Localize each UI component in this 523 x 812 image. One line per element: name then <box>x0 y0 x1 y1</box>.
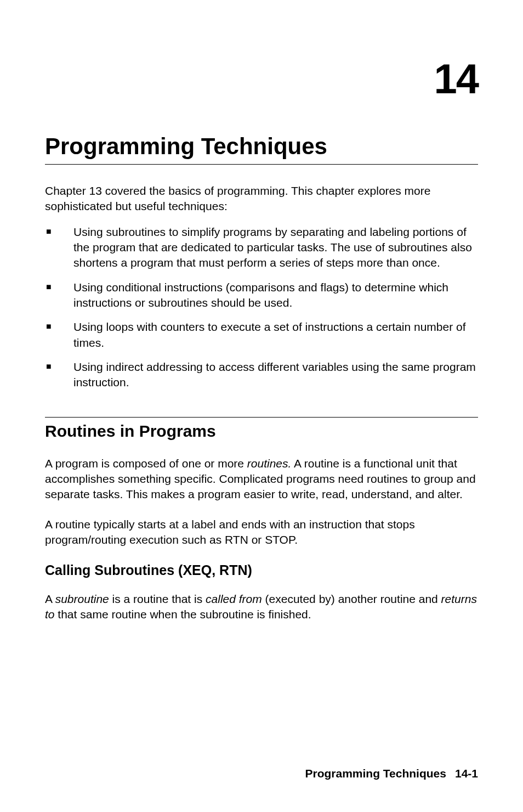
chapter-title: Programming Techniques <box>45 133 478 165</box>
text-run: (executed by) another routine and <box>262 593 441 605</box>
list-item: Using conditional instructions (comparis… <box>45 280 478 311</box>
page-footer: Programming Techniques14-1 <box>305 767 478 780</box>
list-item: Using subroutines to simplify programs b… <box>45 224 478 271</box>
intro-paragraph: Chapter 13 covered the basics of program… <box>45 183 478 215</box>
footer-label: Programming Techniques <box>305 767 446 780</box>
subsection-paragraph: A subroutine is a routine that is called… <box>45 591 478 623</box>
text-run: A <box>45 593 55 605</box>
footer-page-number: 14-1 <box>455 767 478 780</box>
list-item: Using loops with counters to execute a s… <box>45 319 478 351</box>
text-run: A program is composed of one or more <box>45 457 247 470</box>
italic-text: subroutine <box>55 593 109 605</box>
italic-text: routines. <box>247 457 292 470</box>
text-run: is a routine that is <box>109 593 206 605</box>
italic-text: called from <box>206 593 262 605</box>
section-paragraph: A routine typically starts at a label an… <box>45 517 478 548</box>
section-title: Routines in Programs <box>45 417 478 441</box>
technique-list: Using subroutines to simplify programs b… <box>45 224 478 391</box>
chapter-number: 14 <box>45 55 478 103</box>
section-paragraph: A program is composed of one or more rou… <box>45 456 478 503</box>
subsection-title: Calling Subroutines (XEQ, RTN) <box>45 562 478 578</box>
text-run: that same routine when the subroutine is… <box>55 608 311 621</box>
list-item: Using indirect addressing to access diff… <box>45 359 478 391</box>
